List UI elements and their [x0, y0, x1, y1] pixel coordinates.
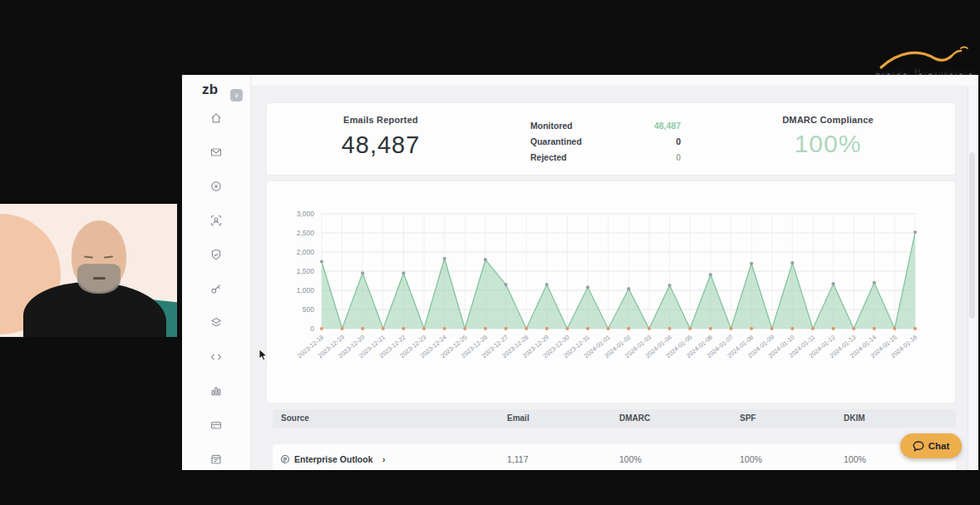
- svg-text:2,500: 2,500: [297, 229, 315, 237]
- stats-card: Emails Reported 48,487 Monitored 48,487 …: [266, 102, 956, 176]
- dmarc-dashboard: zb › Emails Reported 48,487 Monitored 48…: [182, 75, 978, 470]
- chart-card: 05001,0001,5002,0002,5003,0002023-12-182…: [266, 181, 956, 404]
- layers-icon[interactable]: [209, 316, 223, 329]
- shield-check-icon[interactable]: [209, 248, 223, 261]
- table-row[interactable]: Enterprise Outlook › 1,117 100% 100% 100…: [273, 454, 956, 470]
- emails-area-chart: 05001,0001,5002,0002,5003,0002023-12-182…: [267, 181, 955, 406]
- sidebar-icons: [182, 111, 250, 466]
- calendar-icon[interactable]: [209, 453, 223, 466]
- row-source-name: Enterprise Outlook: [294, 454, 373, 464]
- quarantined-label: Quarantined: [530, 136, 582, 146]
- dmarc-compliance-label: DMARC Compliance: [745, 115, 911, 125]
- mail-icon[interactable]: [209, 146, 223, 159]
- rejected-value: 0: [676, 152, 681, 162]
- quarantined-value: 0: [676, 136, 681, 146]
- emails-reported-label: Emails Reported: [289, 115, 472, 125]
- stat-row-monitored: Monitored 48,487: [530, 117, 681, 133]
- svg-text:500: 500: [303, 305, 314, 314]
- webcam-overlay: [0, 204, 177, 337]
- monitored-value: 48,487: [654, 121, 681, 131]
- emails-reported-stat: Emails Reported 48,487: [289, 115, 472, 159]
- row-dmarc-value: 100%: [619, 454, 642, 464]
- dashboard-topbar: [250, 75, 978, 86]
- row-dkim-value: 100%: [844, 454, 866, 464]
- chat-button-label: Chat: [928, 441, 950, 451]
- svg-text:1,000: 1,000: [297, 286, 315, 295]
- table-header: Source Email DMARC SPF DKIM: [273, 409, 956, 428]
- dmarc-compliance-stat: DMARC Compliance 100%: [745, 115, 911, 158]
- sidebar-expand-button[interactable]: ›: [230, 89, 243, 101]
- source-provider-icon: [280, 454, 290, 464]
- emails-reported-value: 48,487: [289, 131, 472, 159]
- scrollbar-track[interactable]: [968, 86, 977, 470]
- svg-text:2,000: 2,000: [297, 248, 315, 256]
- sidebar: zb: [182, 75, 251, 470]
- stat-row-rejected: Rejected 0: [530, 149, 681, 165]
- disposition-stats: Monitored 48,487 Quarantined 0 Rejected …: [530, 117, 681, 165]
- credit-card-icon[interactable]: [209, 418, 223, 432]
- svg-text:1,500: 1,500: [297, 267, 315, 275]
- bar-chart-icon[interactable]: [209, 384, 223, 398]
- svg-text:0: 0: [310, 324, 314, 333]
- dmarc-compliance-value: 100%: [745, 130, 911, 158]
- svg-text:3,000: 3,000: [297, 210, 315, 218]
- col-dkim: DKIM: [844, 413, 865, 423]
- table-body: Enterprise Outlook › 1,117 100% 100% 100…: [273, 444, 956, 470]
- presenter-mouth: [93, 277, 106, 280]
- key-icon[interactable]: [209, 282, 223, 295]
- home-icon[interactable]: [209, 111, 223, 125]
- row-spf-value: 100%: [740, 454, 762, 464]
- stat-row-quarantined: Quarantined 0: [530, 133, 681, 149]
- mouse-cursor-icon: [259, 349, 268, 365]
- row-email-value: 1,117: [507, 454, 529, 464]
- scrollbar-thumb[interactable]: [969, 152, 975, 319]
- user-scan-icon[interactable]: [209, 214, 223, 227]
- col-spf: SPF: [740, 413, 756, 423]
- col-email: Email: [507, 413, 529, 423]
- code-icon[interactable]: [209, 350, 223, 364]
- status-badge-icon[interactable]: [209, 180, 223, 193]
- row-expand-chevron[interactable]: ›: [382, 454, 386, 464]
- chat-button[interactable]: Chat: [900, 433, 962, 458]
- sidebar-brand: zb: [202, 82, 218, 98]
- monitored-label: Monitored: [530, 121, 573, 131]
- col-dmarc: DMARC: [619, 413, 650, 423]
- rejected-label: Rejected: [530, 152, 567, 162]
- col-source: Source: [281, 413, 309, 423]
- chat-bubble-icon: [913, 441, 924, 452]
- video-frame: zero bounce zb › Emails Reported 48,487 …: [0, 0, 980, 505]
